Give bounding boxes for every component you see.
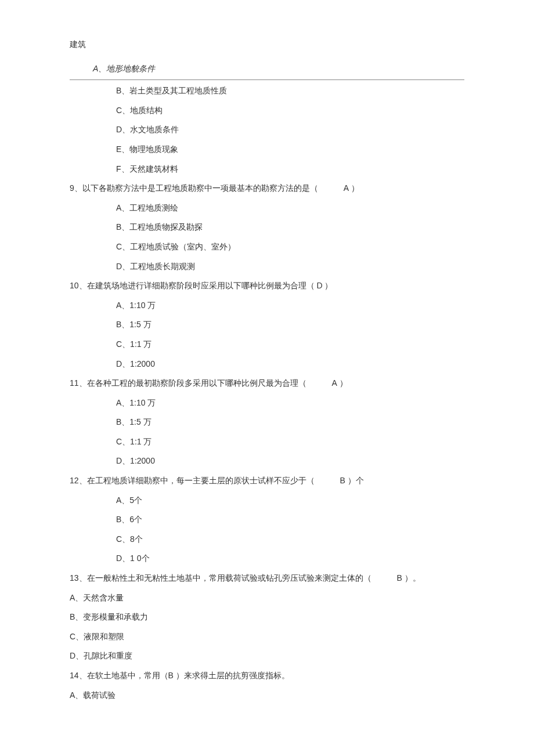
q9-text-after: ） [351,183,359,193]
q11-answer: A [331,378,337,388]
q8-option-a: A、地形地貌条件 [70,59,464,79]
q13-text-after: ）。 [405,573,421,583]
q12-option-d: D、1 0个 [70,549,464,569]
header-label: 建筑 [70,35,464,55]
q12-text-after: ）个 [348,476,364,485]
question-13: 13、在一般粘性土和无粘性土地基中，常用载荷试验或钻孔旁压试验来测定土体的（ B… [70,569,464,588]
q10-option-b: B、1:5 万 [70,315,464,335]
q11-option-b: B、1:5 万 [70,413,464,432]
question-10: 10、在建筑场地进行详细勘察阶段时应采用以下哪种比例最为合理（ D ） [70,276,464,296]
q9-option-a: A、工程地质测绘 [70,198,464,218]
q14-option-a: A、载荷试验 [70,686,464,706]
q8-option-d: D、水文地质条件 [70,120,464,140]
q11-text-before: 11、在各种工程的最初勘察阶段多采用以下哪种比例尺最为合理（ [70,378,306,388]
question-11: 11、在各种工程的最初勘察阶段多采用以下哪种比例尺最为合理（ A ） [70,374,464,393]
q8-option-c: C、地质结构 [70,101,464,121]
q13-option-c: C、液限和塑限 [70,627,464,647]
q11-option-d: D、1:2000 [70,451,464,471]
q13-answer: B [396,573,402,583]
q12-option-c: C、8个 [70,530,464,549]
q11-option-c: C、1:1 万 [70,432,464,452]
q8-option-b: B、岩土类型及其工程地质性质 [70,81,464,101]
q9-text-before: 9、以下各勘察方法中是工程地质勘察中一项最基本的勘察方法的是（ [70,183,318,193]
question-12: 12、在工程地质详细勘察中，每一主要土层的原状士试样不应少于（ B ）个 [70,471,464,491]
q13-option-a: A、天然含水量 [70,588,464,608]
q12-option-a: A、5个 [70,491,464,511]
q10-option-d: D、1:2000 [70,355,464,374]
question-14: 14、在软土地基中，常用（B ）来求得土层的抗剪强度指标。 [70,666,464,686]
q13-option-d: D、孔隙比和重度 [70,646,464,666]
q13-text-before: 13、在一般粘性土和无粘性土地基中，常用载荷试验或钻孔旁压试验来测定土体的（ [70,573,371,583]
q12-option-b: B、6个 [70,510,464,530]
q9-option-d: D、工程地质长期观测 [70,257,464,277]
q12-text-before: 12、在工程地质详细勘察中，每一主要土层的原状士试样不应少于（ [70,476,315,485]
q11-option-a: A、1:10 万 [70,393,464,413]
q10-option-c: C、1:1 万 [70,335,464,355]
q9-option-b: B、工程地质物探及勘探 [70,218,464,237]
q12-answer: B [340,476,345,485]
q8-option-f: F、天然建筑材料 [70,160,464,179]
q10-option-a: A、1:10 万 [70,296,464,316]
q13-option-b: B、变形模量和承载力 [70,607,464,627]
q9-answer: A [344,183,349,193]
q9-option-c: C、工程地质试验（室内、室外） [70,237,464,257]
q11-text-after: ） [340,378,348,388]
divider-line [70,79,464,80]
q8-option-e: E、物理地质现象 [70,140,464,160]
question-9: 9、以下各勘察方法中是工程地质勘察中一项最基本的勘察方法的是（ A ） [70,179,464,198]
